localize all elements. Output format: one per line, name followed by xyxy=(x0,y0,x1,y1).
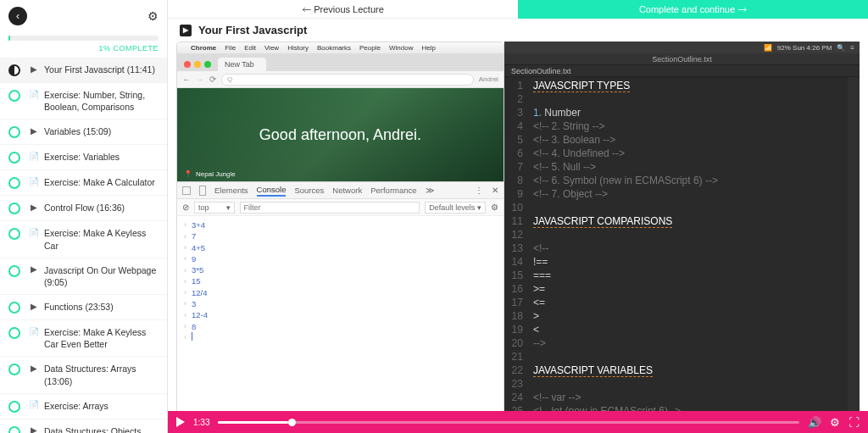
mac-menu-item[interactable]: Help xyxy=(421,44,435,52)
code-line xyxy=(533,201,843,214)
video-area: ChromeFileEditViewHistoryBookmarksPeople… xyxy=(168,42,868,433)
code-line: <!-- var --> xyxy=(533,391,843,404)
play-button[interactable] xyxy=(176,417,185,427)
code-editor: 📶 92% Sun 4:26 PM 🔍 ≡ SectionOutline.txt… xyxy=(504,42,860,433)
console-line: ‹15 xyxy=(184,275,497,286)
mac-menu-item[interactable]: People xyxy=(359,44,381,52)
device-icon[interactable] xyxy=(199,186,206,196)
console-value: 9 xyxy=(192,253,196,264)
video-player-bar: 1:33 🔊 ⚙ ⛶ xyxy=(168,411,868,433)
lecture-item[interactable]: ▶Data Structures: Arrays (13:06) xyxy=(0,357,167,393)
previous-lecture-button[interactable]: 🡐 Previous Lecture xyxy=(168,0,518,19)
levels-select[interactable]: Default levels ▾ xyxy=(425,202,486,214)
inspect-icon[interactable] xyxy=(182,186,191,195)
lecture-title: Exercise: Number, String, Boolean, Compa… xyxy=(44,89,159,113)
lecture-title: Exercise: Make A Keyless Car Even Better xyxy=(44,326,159,350)
status-icon xyxy=(8,401,20,413)
lecture-title: Data Structures: Objects (15:25) xyxy=(44,425,159,433)
lecture-list[interactable]: ▶Your First Javascript (11:41)📄Exercise:… xyxy=(0,58,167,433)
progress-fill xyxy=(8,36,10,41)
devtools-more-icon[interactable]: ≫ xyxy=(426,186,434,195)
context-select[interactable]: top▾ xyxy=(194,202,235,214)
mac-menu-item[interactable]: Window xyxy=(389,44,413,52)
console-line: ‹3 xyxy=(184,298,497,309)
clear-icon[interactable]: ⊘ xyxy=(182,203,189,212)
mac-menu-item[interactable]: Bookmarks xyxy=(317,44,351,52)
fullscreen-icon[interactable]: ⛶ xyxy=(849,416,860,429)
devtools-tab[interactable]: Network xyxy=(332,186,362,195)
lecture-item[interactable]: ▶Your First Javascript (11:41) xyxy=(0,58,167,83)
sidebar: ‹ ⚙ 1% COMPLETE ▶Your First Javascript (… xyxy=(0,0,168,433)
video-icon: ▶ xyxy=(29,125,39,136)
window-max-icon[interactable] xyxy=(204,61,211,68)
window-close-icon[interactable] xyxy=(184,61,191,68)
devtools-tab[interactable]: Sources xyxy=(294,186,324,195)
video-icon: ▶ xyxy=(29,202,39,212)
browser-tab[interactable]: New Tab xyxy=(218,58,266,71)
code-line: <!-- xyxy=(533,241,843,255)
back-button[interactable]: ‹ xyxy=(8,7,27,25)
code-line: <!-- 7. Object --> xyxy=(533,187,843,201)
code-lines[interactable]: JAVASCRIPT TYPES 1. Number<!-- 2. String… xyxy=(528,77,848,433)
nav-forward-icon[interactable]: → xyxy=(196,75,204,84)
complete-continue-button[interactable]: Complete and continue 🡒 xyxy=(518,0,868,19)
console-output[interactable]: ›3+4‹7›4+5‹9›3*5‹15›12/4‹3›12-4‹8› xyxy=(177,216,504,432)
lecture-item[interactable]: ▶Javascript On Our Webpage (9:05) xyxy=(0,258,167,295)
address-input[interactable]: Q xyxy=(221,74,474,86)
line-gutter: 1234567891011121314151617181920212223242… xyxy=(504,77,528,433)
code-line: <!-- 5. Null --> xyxy=(533,160,843,174)
mac-menu-item[interactable]: History xyxy=(287,44,309,52)
code-line: JAVASCRIPT TYPES xyxy=(533,79,843,92)
lecture-item[interactable]: 📄Exercise: Make A Keyless Car Even Bette… xyxy=(0,320,167,357)
document-icon: 📄 xyxy=(29,89,39,99)
lecture-item[interactable]: ▶Data Structures: Objects (15:25) xyxy=(0,419,167,433)
settings-icon[interactable]: ⚙ xyxy=(147,9,159,23)
code-line: JAVASCRIPT COMPARISONS xyxy=(533,214,843,228)
chevron-left-icon: ‹ xyxy=(184,321,186,332)
lecture-item[interactable]: 📄Exercise: Make A Calculator xyxy=(0,170,167,196)
menu-icon: ≡ xyxy=(850,44,854,52)
status-icon xyxy=(8,90,20,102)
mac-menu-item[interactable]: File xyxy=(225,44,236,52)
address-bar-row: ← → ⟳ Q Andrei xyxy=(177,71,504,88)
code-line: 1. Number xyxy=(533,106,843,119)
lecture-item[interactable]: ▶Variables (15:09) xyxy=(0,119,167,145)
status-icon xyxy=(8,265,20,277)
mac-menu-item[interactable]: Edit xyxy=(244,44,256,52)
editor-tab[interactable]: SectionOutline.txt xyxy=(504,65,860,77)
lecture-item[interactable]: 📄Exercise: Variables xyxy=(0,145,167,170)
status-icon xyxy=(8,64,20,76)
chevron-right-icon: › xyxy=(184,265,186,276)
seek-track[interactable] xyxy=(218,421,799,424)
console-line: ›12-4 xyxy=(184,309,497,320)
mac-menu-item[interactable]: View xyxy=(264,44,279,52)
code-line: >= xyxy=(533,282,843,296)
console-line: ‹9 xyxy=(184,253,497,264)
lecture-title: Exercise: Make A Keyless Car xyxy=(44,227,159,251)
lecture-item[interactable]: ▶Functions (23:53) xyxy=(0,295,167,320)
lecture-item[interactable]: 📄Exercise: Arrays xyxy=(0,394,167,419)
mac-menu-item[interactable]: Chrome xyxy=(191,44,216,52)
player-settings-icon[interactable]: ⚙ xyxy=(830,416,840,429)
reload-icon[interactable]: ⟳ xyxy=(209,75,216,84)
devtools-tab[interactable]: Elements xyxy=(214,186,248,195)
chevron-right-icon: › xyxy=(184,242,186,253)
lecture-item[interactable]: 📄Exercise: Make A Keyless Car xyxy=(0,221,167,258)
previous-lecture-label: Previous Lecture xyxy=(314,4,384,14)
devtools-tab[interactable]: Console xyxy=(257,185,287,197)
devtools-tab[interactable]: Performance xyxy=(370,186,416,195)
lecture-item[interactable]: ▶Control Flow (16:36) xyxy=(0,196,167,221)
volume-icon[interactable]: 🔊 xyxy=(808,416,821,429)
console-line: ‹7 xyxy=(184,230,497,241)
nav-back-icon[interactable]: ← xyxy=(182,75,191,84)
seek-knob[interactable] xyxy=(288,419,296,426)
progress: 1% COMPLETE xyxy=(0,32,167,58)
filter-input[interactable] xyxy=(240,202,420,214)
lecture-item[interactable]: 📄Exercise: Number, String, Boolean, Comp… xyxy=(0,83,167,119)
window-min-icon[interactable] xyxy=(194,61,201,68)
console-value: 3*5 xyxy=(192,264,203,275)
minimap[interactable] xyxy=(848,77,860,433)
devtools-menu-icon[interactable]: ⋮ xyxy=(475,186,483,195)
devtools-close-icon[interactable]: ✕ xyxy=(492,186,498,195)
devtools-settings-icon[interactable]: ⚙ xyxy=(491,203,498,212)
